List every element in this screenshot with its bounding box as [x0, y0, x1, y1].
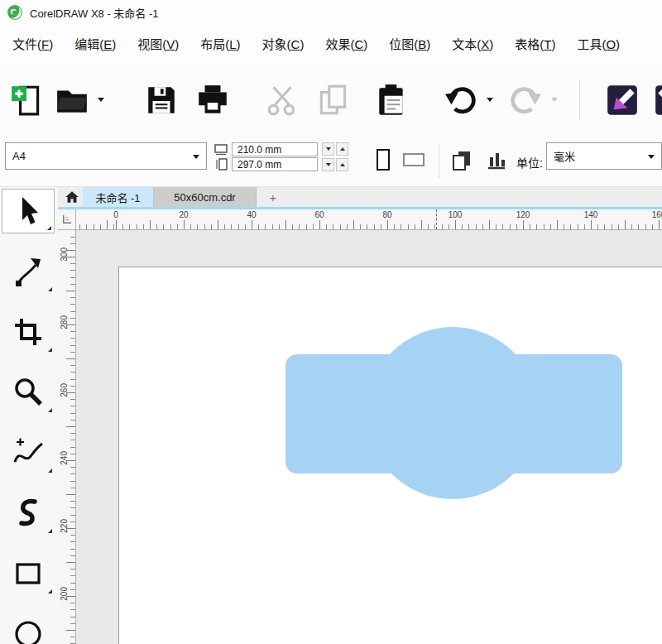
- ellipse-tool-icon: [12, 618, 45, 644]
- curve-tool-button[interactable]: [2, 491, 55, 536]
- export-button[interactable]: [648, 76, 662, 124]
- units-label: 单位:: [516, 154, 543, 171]
- zoom-tool-button[interactable]: [2, 370, 55, 415]
- triangle-down-icon: [326, 147, 331, 151]
- v-ruler-number: 300: [60, 248, 69, 262]
- menu-item-8[interactable]: 表格(T): [504, 25, 566, 64]
- paste-button[interactable]: [369, 76, 414, 124]
- print-icon: [195, 83, 230, 118]
- ellipse-tool-button[interactable]: [2, 612, 55, 644]
- h-ruler-number: 120: [516, 210, 530, 219]
- cut-button[interactable]: [260, 76, 305, 124]
- ruler-cursor-marker: [436, 209, 437, 229]
- redo-dropdown-button[interactable]: [548, 76, 561, 124]
- menu-item-7[interactable]: 文本(X): [441, 25, 504, 64]
- save-button[interactable]: [139, 76, 184, 124]
- triangle-up-icon: [340, 163, 345, 166]
- spin-down-button[interactable]: [322, 142, 334, 156]
- new-tab-button[interactable]: +: [263, 187, 283, 207]
- tab-label: 未命名 -1: [95, 190, 140, 205]
- undo-button[interactable]: [439, 76, 483, 124]
- undo-icon: [444, 83, 478, 118]
- home-icon: [65, 190, 79, 204]
- rectangle-tool-button[interactable]: [2, 551, 55, 596]
- drawing-canvas[interactable]: [76, 230, 662, 644]
- plus-icon: +: [270, 190, 277, 204]
- page-height-spinner[interactable]: [322, 158, 348, 171]
- menu-item-5[interactable]: 效果(C): [314, 25, 378, 64]
- tab-untitled-document[interactable]: 未命名 -1: [83, 187, 154, 207]
- menu-bar: 文件(F)编辑(E)视图(V)布局(L)对象(C)效果(C)位图(B)文本(X)…: [0, 25, 662, 64]
- import-button[interactable]: [600, 76, 645, 124]
- portrait-orientation-button[interactable]: [370, 144, 396, 175]
- spin-up-button[interactable]: [336, 158, 348, 171]
- copy-button[interactable]: [311, 76, 356, 124]
- tab-50x60cm-document[interactable]: 50x60cm.cdr: [154, 187, 257, 207]
- menu-item-0[interactable]: 文件(F): [2, 25, 64, 64]
- v-ruler-number: 280: [60, 315, 69, 329]
- toolbar-separator: [579, 80, 580, 120]
- menu-item-6[interactable]: 位图(B): [378, 25, 441, 64]
- menu-item-2[interactable]: 视图(V): [127, 25, 189, 64]
- chevron-down-icon: [98, 98, 104, 102]
- welded-rounded-rectangle-shape[interactable]: [285, 354, 622, 473]
- paper-size-combo[interactable]: A4: [5, 142, 207, 170]
- page-width-spinner[interactable]: [322, 142, 348, 156]
- page-width-field[interactable]: 210.0 mm: [232, 142, 318, 156]
- page-width-value: 210.0 mm: [237, 144, 281, 156]
- ruler-origin-icon: [61, 214, 72, 225]
- property-bar: A4 210.0 mm 297.0 mm: [0, 136, 662, 187]
- shape-tool-button[interactable]: [2, 249, 55, 294]
- paste-icon: [374, 83, 409, 118]
- open-dropdown-button[interactable]: [94, 76, 108, 124]
- page-height-field[interactable]: 297.0 mm: [232, 157, 318, 171]
- menu-item-1[interactable]: 编辑(E): [64, 25, 127, 64]
- toolbox: [0, 187, 58, 644]
- h-ruler-number: 100: [449, 210, 463, 219]
- home-button[interactable]: [61, 187, 83, 207]
- vertical-ruler[interactable]: 300280260240220200: [58, 230, 76, 644]
- print-button[interactable]: [190, 76, 235, 124]
- window-title: CorelDRAW X8 - 未命名 -1: [30, 5, 159, 21]
- units-value: 毫米: [547, 148, 661, 164]
- freehand-tool-icon: [12, 436, 45, 469]
- menu-item-4[interactable]: 对象(C): [252, 25, 315, 64]
- open-button[interactable]: [50, 76, 94, 124]
- chevron-down-icon: [648, 155, 655, 159]
- open-folder-icon: [55, 83, 89, 118]
- h-ruler-number: 160: [652, 210, 662, 219]
- horizontal-ruler[interactable]: 020406080100120140160: [76, 209, 662, 230]
- standard-toolbar: [0, 64, 662, 136]
- landscape-orientation-button[interactable]: [400, 144, 428, 175]
- triangle-down-icon: [326, 163, 331, 166]
- redo-button[interactable]: [503, 76, 548, 124]
- tab-label: 50x60cm.cdr: [174, 191, 235, 204]
- new-document-button[interactable]: [5, 76, 50, 124]
- h-ruler-number: 40: [247, 210, 256, 219]
- propbar-separator: [439, 145, 439, 178]
- page-layers-button[interactable]: [482, 146, 511, 175]
- shape-tool-icon: [12, 255, 45, 288]
- spin-down-button[interactable]: [322, 158, 334, 171]
- chevron-down-icon: [487, 98, 493, 102]
- spin-up-button[interactable]: [336, 142, 348, 156]
- menu-item-9[interactable]: 工具(O): [566, 25, 631, 64]
- menu-item-3[interactable]: 布局(L): [189, 25, 251, 64]
- ruler-origin-button[interactable]: [58, 209, 76, 230]
- crop-tool-button[interactable]: [2, 310, 55, 354]
- landscape-icon: [403, 153, 425, 166]
- export-icon: [653, 83, 662, 118]
- portrait-icon: [377, 149, 390, 171]
- h-ruler-number: 60: [314, 210, 324, 219]
- freehand-tool-button[interactable]: [2, 430, 55, 475]
- units-combo[interactable]: 毫米: [546, 142, 662, 170]
- chevron-down-icon: [551, 98, 558, 102]
- page-width-icon: [213, 143, 228, 156]
- undo-dropdown-button[interactable]: [483, 76, 496, 124]
- rectangle-tool-icon: [12, 557, 45, 590]
- pick-tool-button[interactable]: [2, 189, 55, 233]
- all-pages-button[interactable]: [447, 146, 477, 175]
- document-tab-bar: 未命名 -1 50x60cm.cdr +: [58, 187, 662, 207]
- coreldraw-logo-icon: [7, 4, 23, 21]
- h-ruler-number: 80: [382, 210, 391, 219]
